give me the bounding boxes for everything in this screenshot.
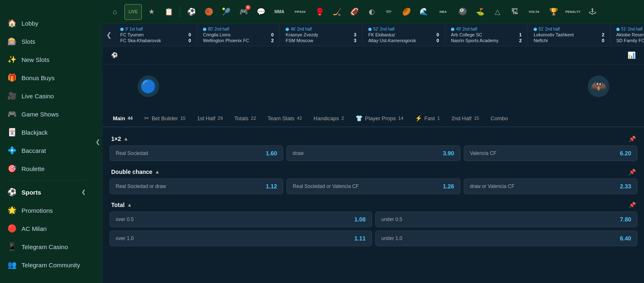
bet-btn-total-1-0[interactable]: over 1.0 1.11	[110, 231, 372, 246]
bet-btn-double-chance-0-2[interactable]: draw or Valencia CF 2.33	[464, 178, 637, 194]
score-teams-3: FK Ekibastuz 0 Altay Ust-Kamenogorsk 0	[368, 32, 439, 43]
home-team-badge: 🔵	[138, 76, 159, 97]
sidebar-item-lobby[interactable]: 🏠Lobby	[0, 14, 93, 32]
penalty-nav[interactable]: PENALTY	[563, 4, 583, 20]
basketball-nav[interactable]: 🏀	[201, 4, 217, 20]
sidebar-collapse-btn[interactable]: ❮	[93, 0, 103, 283]
live-dot-1	[203, 28, 206, 31]
live-dot-6	[616, 28, 620, 31]
tab-bet-builder[interactable]: ✂Bet Builder 15	[138, 110, 191, 127]
match-stats-icon[interactable]: 📊	[627, 51, 636, 59]
live-dot-5	[534, 28, 537, 31]
bet-btn-1x2-0-1[interactable]: draw 3.90	[286, 145, 460, 161]
hockey-nav[interactable]: 🏒	[329, 4, 345, 20]
tab-combo[interactable]: Combo	[485, 110, 514, 127]
blackjack-icon: 🃏	[7, 128, 17, 137]
trophy-nav[interactable]: 🏆	[546, 4, 561, 20]
tab-label-bet-builder: Bet Builder	[152, 115, 178, 121]
bet-btn-total-0-0[interactable]: over 0.5 1.08	[110, 212, 372, 227]
tab-handicaps[interactable]: Handicaps 2	[308, 110, 350, 127]
esports-nav[interactable]: 🎮6	[236, 4, 251, 20]
live-dot-2	[286, 28, 289, 31]
volta-nav[interactable]: VOLTA	[524, 4, 544, 20]
bet-label-double-chance-0-1: Real Sociedad or Valencia CF	[293, 183, 443, 189]
score-row-home-6: Aktobe Reserve 0	[616, 32, 644, 37]
billiards-nav[interactable]: 🎱	[455, 4, 470, 20]
live-dot-0	[120, 28, 124, 31]
bet-btn-total-1-1[interactable]: under 1.0 6.40	[375, 231, 638, 246]
bet-label-1x2-0-2: Valencia CF	[470, 150, 620, 156]
sort-icon-total[interactable]: ▲	[127, 202, 132, 208]
sidebar-item-baccarat[interactable]: 💠Baccarat	[0, 141, 93, 159]
nfl-nav[interactable]: ◐	[364, 4, 379, 20]
scores-toggle[interactable]: ❮	[103, 24, 114, 46]
construct-nav[interactable]: 🏗	[507, 4, 522, 20]
water-nav[interactable]: 🌊	[416, 4, 432, 20]
bet-btn-double-chance-0-1[interactable]: Real Sociedad or Valencia CF 1.26	[286, 178, 460, 194]
sidebar-item-promotions[interactable]: 🌟Promotions	[0, 201, 93, 219]
tab-totals[interactable]: Totals 22	[229, 110, 262, 127]
bonus-buys-icon: 🎁	[7, 73, 17, 82]
sidebar-item-live-casino[interactable]: 🎥Live Casino	[0, 87, 93, 105]
favorites-nav[interactable]: ★	[143, 4, 159, 20]
score-item-6[interactable]: 51' 2nd half Aktobe Reserve 0 SD Family …	[611, 24, 644, 45]
sidebar-item-new-slots[interactable]: ✨New Slots	[0, 50, 93, 69]
bet-label-1x2-0-0: Real Sociedad	[116, 150, 266, 156]
sidebar-label-roulette: Roulette	[21, 165, 45, 172]
tab-main[interactable]: Main 44	[107, 110, 138, 127]
bet-odds-double-chance-0-0: 1.12	[266, 183, 277, 190]
bet-btn-total-0-1[interactable]: under 0.5 7.80	[375, 212, 638, 227]
mma-nav[interactable]: MMA	[270, 4, 289, 20]
sort-icon-double-chance[interactable]: ▲	[155, 169, 160, 175]
bet-btn-double-chance-0-0[interactable]: Real Sociedad or draw 1.12	[110, 178, 283, 194]
home-nav[interactable]: ⌂	[107, 4, 123, 20]
boxing-nav[interactable]: 🥊	[312, 4, 327, 20]
tab-team-stats[interactable]: Team Stats 42	[262, 110, 308, 127]
tab-fast[interactable]: ⚡Fast 1	[409, 110, 446, 127]
sidebar-item-telegram-casino[interactable]: 📱Telegram Casino	[0, 238, 93, 256]
score-teams-6: Aktobe Reserve 0 SD Family FC 3	[616, 32, 644, 43]
fifa-nav[interactable]: FIFA24	[290, 4, 310, 20]
sidebar-item-slots[interactable]: 🎰Slots	[0, 32, 93, 50]
sidebar-item-game-shows[interactable]: 🎮Game Shows	[0, 105, 93, 123]
chat-nav[interactable]: 💬	[253, 4, 269, 20]
tennis-nav[interactable]: 🎾	[218, 4, 234, 20]
triangle-nav[interactable]: △	[489, 4, 505, 20]
sidebar-item-telegram-community[interactable]: 👥Telegram Community	[0, 256, 93, 274]
sidebar-item-bonus-buys[interactable]: 🎁Bonus Buys	[0, 69, 93, 87]
golf-nav[interactable]: ⛳	[472, 4, 488, 20]
sidebar-label-blackjack: Blackjack	[21, 129, 48, 136]
score-item-1[interactable]: 80' 2nd half Cringila Lions 0 Wellington…	[197, 24, 280, 45]
soccer-nav[interactable]: ⚽	[184, 4, 199, 20]
tab-2nd-half[interactable]: 2nd Half 15	[446, 110, 485, 127]
bet-btn-1x2-0-0[interactable]: Real Sociedad 1.60	[110, 145, 283, 161]
pencil-nav[interactable]: ✏	[381, 4, 397, 20]
tab-player-props[interactable]: 👕Player Props 14	[350, 110, 409, 127]
gamepad-nav[interactable]: 🕹	[584, 4, 600, 20]
pin-icon-total[interactable]: 📌	[629, 202, 636, 208]
baccarat-icon: 💠	[7, 146, 17, 155]
sidebar-item-blackjack[interactable]: 🃏Blackjack	[0, 123, 93, 141]
bet-btn-1x2-0-2[interactable]: Valencia CF 6.20	[464, 145, 637, 161]
score-item-4[interactable]: 49' 2nd half Arb College SC 1 Nasrin Spo…	[445, 24, 528, 45]
promotions-icon: 🌟	[7, 206, 17, 215]
my-bets-nav[interactable]: 📋	[161, 4, 177, 20]
score-item-2[interactable]: 46' 2nd half Krasnye Zvezdy 3 FSM Moscow…	[280, 24, 363, 45]
score-item-5[interactable]: 51' 2nd half Lokomotiv Tashkent 2 Neftch…	[528, 24, 611, 45]
sidebar-item-ac-milan[interactable]: 🔴AC Milan	[0, 219, 93, 238]
home-team: 🔵	[111, 76, 186, 100]
logo	[0, 0, 93, 12]
amfootball-nav[interactable]: 🏈	[346, 4, 362, 20]
score-item-3[interactable]: 52' 2nd half FK Ekibastuz 0 Altay Ust-Ka…	[363, 24, 445, 45]
tab-1st-half[interactable]: 1st Half 29	[191, 110, 229, 127]
rugby-nav[interactable]: 🏉	[398, 4, 414, 20]
nba-nav[interactable]: NBA	[433, 4, 453, 20]
sidebar-item-roulette[interactable]: 🎯Roulette	[0, 159, 93, 178]
sidebar-label-live-casino: Live Casino	[21, 93, 54, 100]
sidebar-item-sports[interactable]: ⚽Sports❮	[0, 183, 93, 201]
sort-icon-1x2[interactable]: ▲	[124, 136, 129, 142]
pin-icon-1x2[interactable]: 📌	[629, 136, 636, 142]
live-nav[interactable]: LIVE	[124, 4, 142, 20]
score-item-0[interactable]: 9' 1st half FC Tyumen 0 FC Ska-Khabarovs…	[114, 24, 197, 45]
pin-icon-double-chance[interactable]: 📌	[629, 169, 636, 175]
